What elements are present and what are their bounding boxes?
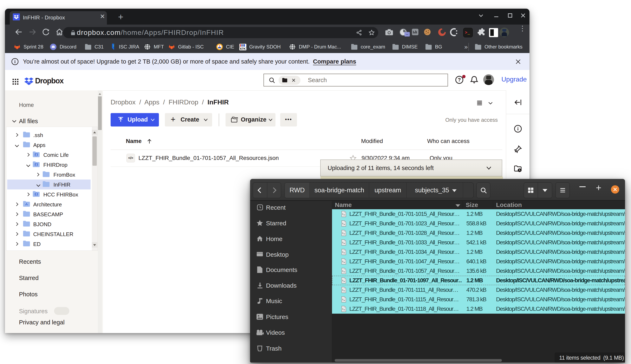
svg-text:?: ?	[458, 77, 461, 82]
